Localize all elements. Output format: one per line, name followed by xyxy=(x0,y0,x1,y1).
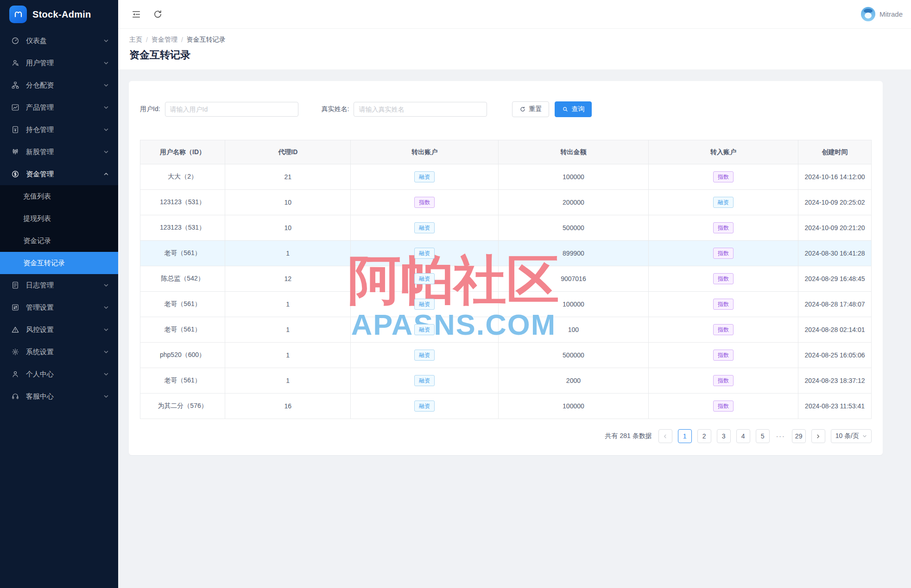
pagination-total: 共有 281 条数据 xyxy=(605,432,652,440)
cell-amount: 500000 xyxy=(499,215,648,241)
cell-amount: 500000 xyxy=(499,343,648,368)
cell-agent-id: 10 xyxy=(225,190,351,215)
chevron-left-icon xyxy=(663,434,668,439)
user-name[interactable]: Mitrade xyxy=(879,10,903,18)
funds-management-icon xyxy=(11,170,19,178)
sidebar-item-ipo-management[interactable]: 新股管理 xyxy=(0,141,118,163)
in-account-tag: 融资 xyxy=(713,197,734,208)
cell-amount: 2000 xyxy=(499,368,648,394)
in-account-tag: 指数 xyxy=(713,222,734,233)
real-name-input[interactable] xyxy=(354,102,487,117)
profile-icon xyxy=(11,370,19,378)
submenu-item-funds-transfer-records[interactable]: 资金互转记录 xyxy=(0,252,118,274)
sidebar-item-logs-management[interactable]: 日志管理 xyxy=(0,274,118,296)
submenu-item-funds-records[interactable]: 资金记录 xyxy=(0,230,118,252)
table-row[interactable]: 陈总监（542） 12 融资 9007016 指数 2024-08-29 16:… xyxy=(140,266,872,292)
submenu-item-withdraw-list[interactable]: 提现列表 xyxy=(0,207,118,230)
in-account-tag: 指数 xyxy=(713,400,734,412)
position-management-icon xyxy=(11,125,19,134)
sidebar-item-label: 管理设置 xyxy=(26,303,54,312)
chevron-down-icon xyxy=(103,60,109,66)
pagination-page-29[interactable]: 29 xyxy=(792,429,806,443)
sidebar-item-profile-center[interactable]: 个人中心 xyxy=(0,363,118,385)
col-header-agent-id: 代理ID xyxy=(225,140,351,164)
sidebar-item-user-management[interactable]: 用户管理 xyxy=(0,52,118,74)
chevron-down-icon xyxy=(103,127,109,132)
col-header-out-account: 转出账户 xyxy=(351,140,499,164)
breadcrumb-home[interactable]: 主页 xyxy=(129,36,142,44)
table-row[interactable]: 老哥（561） 1 融资 2000 指数 2024-08-23 18:37:12 xyxy=(140,368,872,394)
cell-agent-id: 1 xyxy=(225,317,351,343)
cell-agent-id: 16 xyxy=(225,394,351,419)
table-row[interactable]: 123123（531） 10 指数 200000 融资 2024-10-09 2… xyxy=(140,190,872,215)
table-row[interactable]: 123123（531） 10 融资 500000 指数 2024-10-09 2… xyxy=(140,215,872,241)
out-account-tag: 融资 xyxy=(414,273,435,284)
pagination-page-5[interactable]: 5 xyxy=(756,429,770,443)
sidebar: Stock-Admin 仪表盘 用户管理 分仓配资 产品管理 xyxy=(0,0,118,588)
sidebar-item-label: 新股管理 xyxy=(26,148,54,156)
table-row[interactable]: php520（600） 1 融资 500000 指数 2024-08-25 16… xyxy=(140,343,872,368)
out-account-tag: 融资 xyxy=(414,324,435,335)
in-account-tag: 指数 xyxy=(713,299,734,310)
transfer-records-table: 用户名称（ID） 代理ID 转出账户 转出金额 转入账户 创建时间 大大（2） … xyxy=(140,140,872,419)
cell-user: 123123（531） xyxy=(140,215,225,241)
real-name-label: 真实姓名: xyxy=(322,105,349,113)
cell-created-time: 2024-08-30 16:41:28 xyxy=(798,241,872,266)
sidebar-item-funds-management[interactable]: 资金管理 xyxy=(0,163,118,185)
sidebar-item-label: 日志管理 xyxy=(26,281,54,290)
out-account-tag: 融资 xyxy=(414,171,435,182)
pagination-page-4[interactable]: 4 xyxy=(736,429,750,443)
pagination-next-button[interactable] xyxy=(811,429,825,443)
reset-button[interactable]: 重置 xyxy=(512,101,549,117)
table-row[interactable]: 老哥（561） 1 融资 100 指数 2024-08-28 02:14:01 xyxy=(140,317,872,343)
breadcrumb-section: 主页 / 资金管理 / 资金互转记录 资金互转记录 xyxy=(118,29,911,69)
pagination-page-1[interactable]: 1 xyxy=(678,429,692,443)
refresh-icon[interactable] xyxy=(152,9,163,19)
ipo-management-icon xyxy=(11,148,19,156)
page-size-value: 10 条/页 xyxy=(835,432,859,440)
sidebar-menu: 仪表盘 用户管理 分仓配资 产品管理 持仓管理 xyxy=(0,29,118,407)
page-size-select[interactable]: 10 条/页 xyxy=(831,429,872,443)
in-account-tag: 指数 xyxy=(713,248,734,259)
sidebar-item-system-settings[interactable]: 系统设置 xyxy=(0,341,118,363)
sidebar-item-support-center[interactable]: 客服中心 xyxy=(0,385,118,407)
sidebar-item-label: 风控设置 xyxy=(26,325,54,334)
admin-settings-icon xyxy=(11,303,19,312)
search-button[interactable]: 查询 xyxy=(555,101,592,117)
in-account-tag: 指数 xyxy=(713,273,734,284)
cell-user: 为其二分（576） xyxy=(140,394,225,419)
sidebar-item-position-management[interactable]: 持仓管理 xyxy=(0,119,118,141)
cell-created-time: 2024-08-28 02:14:01 xyxy=(798,317,872,343)
sidebar-item-risk-settings[interactable]: 风控设置 xyxy=(0,319,118,341)
sidebar-collapse-icon[interactable] xyxy=(131,9,141,19)
cell-amount: 100000 xyxy=(499,292,648,317)
filter-row: 用户Id: 真实姓名: 重置 查询 xyxy=(140,101,872,117)
sidebar-item-warehouse-allocation[interactable]: 分仓配资 xyxy=(0,74,118,96)
breadcrumb-funds-management[interactable]: 资金管理 xyxy=(152,36,177,44)
user-avatar[interactable] xyxy=(861,7,875,21)
chevron-up-icon xyxy=(103,171,109,177)
cell-created-time: 2024-08-23 11:53:41 xyxy=(798,394,872,419)
chevron-down-icon xyxy=(103,327,109,332)
user-id-input[interactable] xyxy=(165,102,298,117)
pagination-page-3[interactable]: 3 xyxy=(717,429,731,443)
pagination-prev-button[interactable] xyxy=(658,429,672,443)
pagination-page-2[interactable]: 2 xyxy=(697,429,711,443)
table-row[interactable]: 老哥（561） 1 融资 100000 指数 2024-08-28 17:48:… xyxy=(140,292,872,317)
submenu-item-recharge-list[interactable]: 充值列表 xyxy=(0,185,118,207)
table-row[interactable]: 大大（2） 21 融资 100000 指数 2024-10-16 14:12:0… xyxy=(140,164,872,190)
sidebar-item-admin-settings[interactable]: 管理设置 xyxy=(0,296,118,319)
sidebar-item-product-management[interactable]: 产品管理 xyxy=(0,96,118,119)
out-account-tag: 融资 xyxy=(414,375,435,386)
breadcrumb-current: 资金互转记录 xyxy=(187,36,226,44)
funds-submenu: 充值列表 提现列表 资金记录 资金互转记录 xyxy=(0,185,118,274)
table-row[interactable]: 为其二分（576） 16 融资 100000 指数 2024-08-23 11:… xyxy=(140,394,872,419)
sidebar-item-label: 产品管理 xyxy=(26,103,54,112)
chevron-down-icon xyxy=(103,105,109,110)
table-row-highlighted[interactable]: 老哥（561） 1 融资 899900 指数 2024-08-30 16:41:… xyxy=(140,241,872,266)
cell-agent-id: 1 xyxy=(225,292,351,317)
cell-user: 老哥（561） xyxy=(140,292,225,317)
chevron-down-icon xyxy=(862,434,867,438)
sidebar-item-dashboard[interactable]: 仪表盘 xyxy=(0,30,118,52)
out-account-tag: 融资 xyxy=(414,248,435,259)
